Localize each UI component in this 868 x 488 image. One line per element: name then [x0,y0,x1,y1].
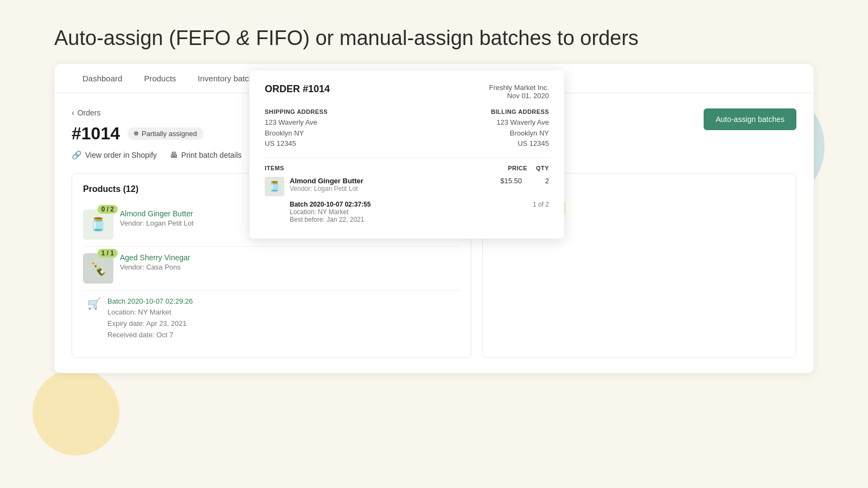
product-image: 🫙 [83,209,113,240]
items-header-items: ITEMS [265,165,489,171]
product-vendor: Vendor: Casa Pons [120,263,460,271]
receipt-addresses: SHIPPING ADDRESS 123 Waverly AveBrooklyn… [265,108,549,149]
qty-badge: 1 / 1 [98,249,118,258]
receipt-company: Freshly Market Inc. [489,84,549,92]
tab-products[interactable]: Products [133,64,187,93]
product-info: Aged Sherry Vinegar Vendor: Casa Pons [120,253,460,271]
shipping-address-block: SHIPPING ADDRESS 123 Waverly AveBrooklyn… [265,108,407,149]
receipt-order-title: ORDER #1014 [265,84,330,95]
page-title: Auto-assign (FEFO & FIFO) or manual-assi… [0,0,868,64]
receipt-item-image: 🫙 [265,177,284,196]
receipt-item-qty: 2 [527,177,549,185]
receipt-company-info: Freshly Market Inc. Nov 01, 2020 [489,84,549,100]
receipt-items-header: ITEMS PRICE QTY [265,165,549,171]
batch-received: Received date: Oct 7 [107,330,193,341]
tab-dashboard[interactable]: Dashboard [72,64,133,93]
product-image-wrap: 🫙 0 / 2 [83,209,113,240]
receipt-batch-qty: 1 of 2 [527,201,549,223]
order-number: #1014 [72,124,120,144]
receipt-item-price: $15.50 [484,177,522,185]
view-shopify-link[interactable]: 🔗 View order in Shopify [72,150,157,160]
product-item: 🍾 1 / 1 Aged Sherry Vinegar Vendor: Casa… [83,247,460,291]
billing-address-block: BILLING ADDRESS 123 Waverly AveBrooklyn … [407,108,549,149]
receipt-item-row: 🫙 Almond Ginger Butter Vendor: Logan Pet… [265,177,549,196]
print-batch-label: Print batch details [181,151,241,159]
receipt-item-name: Almond Ginger Butter [290,177,478,185]
receipt-batch-location: Location: NY Market [290,208,371,216]
qty-badge: 0 / 2 [98,205,118,214]
receipt-batch-best-before: Best before: Jan 22, 2021 [290,216,371,223]
product-image-wrap: 🍾 1 / 1 [83,253,113,284]
receipt-date: Nov 01, 2020 [489,92,549,100]
print-batch-link[interactable]: 🖶 Print batch details [170,150,241,159]
shipping-address-label: SHIPPING ADDRESS [265,108,407,115]
batch-name[interactable]: Batch 2020-10-07 02:29:26 [107,296,193,307]
receipt-item-details: Almond Ginger Butter Vendor: Logan Petit… [290,177,478,192]
decorative-yellow-circle [33,369,119,455]
receipt-divider [265,158,549,158]
receipt-batch-name: Batch 2020-10-07 02:37:55 [290,201,371,208]
batch-location: Location: NY Market [107,307,193,318]
product-image: 🍾 [83,253,113,284]
receipt-batch-row: Batch 2020-10-07 02:37:55 Location: NY M… [265,201,549,223]
receipt-header-row: ORDER #1014 Freshly Market Inc. Nov 01, … [265,84,549,100]
receipt-batch-row-inner: Batch 2020-10-07 02:37:55 Location: NY M… [290,201,549,223]
status-label: Partially assigned [142,130,197,138]
batch-expiry: Expiry date: Apr 23, 2021 [107,318,193,330]
batch-info: Batch 2020-10-07 02:29:26 Location: NY M… [107,296,193,341]
product-name[interactable]: Aged Sherry Vinegar [120,253,460,262]
shopify-icon: 🔗 [72,150,82,160]
items-header-qty: QTY [527,165,549,171]
status-badge: Partially assigned [127,127,203,140]
shipping-address-text: 123 Waverly AveBrooklyn NYUS 12345 [265,117,407,149]
receipt-item-vendor: Vendor: Logan Petit Lot [290,185,478,192]
billing-address-label: BILLING ADDRESS [407,108,549,115]
breadcrumb-arrow-icon: ‹ [72,108,74,117]
billing-address-text: 123 Waverly AveBrooklyn NYUS 12345 [407,117,549,149]
view-shopify-label: View order in Shopify [85,151,157,159]
auto-assign-button[interactable]: Auto-assign batches [704,108,796,130]
items-header-price: PRICE [489,165,527,171]
print-icon: 🖶 [170,150,178,159]
status-dot-icon [134,131,138,136]
batch-item: 🛒 Batch 2020-10-07 02:29:26 Location: NY… [83,291,460,346]
batch-cart-icon: 🛒 [87,297,101,310]
receipt-card: ORDER #1014 Freshly Market Inc. Nov 01, … [250,70,564,239]
receipt-batch-info: Batch 2020-10-07 02:37:55 Location: NY M… [290,201,371,223]
breadcrumb-label: Orders [78,108,101,117]
